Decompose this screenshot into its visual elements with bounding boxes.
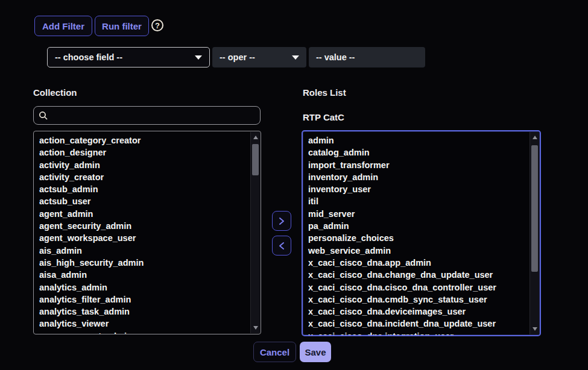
collection-list-item[interactable]: ais_high_security_admin <box>34 257 250 269</box>
roles-group-name: RTP CatC <box>303 112 344 122</box>
roles-list-item[interactable]: inventory_admin <box>303 171 530 183</box>
roles-list-item[interactable]: x_caci_cisco_dna.deviceimages_user <box>303 306 530 318</box>
chevron-right-icon <box>278 217 285 225</box>
scrollbar-thumb[interactable] <box>252 144 259 175</box>
collection-list-item[interactable]: agent_security_admin <box>34 220 250 232</box>
roles-list-item[interactable]: personalize_choices <box>303 232 530 244</box>
roles-list-label: Roles List <box>303 87 346 98</box>
roles-list-item[interactable]: x_caci_cisco_dna.cisco_dna_controller_us… <box>303 281 530 293</box>
roles-list-item[interactable]: x_caci_cisco_dna.app_admin <box>303 257 530 269</box>
chevron-down-icon <box>195 55 202 60</box>
roles-list-item[interactable]: x_caci_cisco_dna.change_dna_update_user <box>303 269 530 281</box>
collection-search-input[interactable] <box>52 111 255 121</box>
collection-list-item[interactable]: analytics_viewer <box>34 318 250 330</box>
scroll-down-icon[interactable] <box>251 324 260 332</box>
collection-list-item[interactable]: analytics_task_admin <box>34 306 250 318</box>
choose-field-selected-value: -- choose field -- <box>55 52 122 62</box>
chevron-left-icon <box>278 242 285 250</box>
roles-list-item[interactable]: catalog_admin <box>303 146 530 158</box>
operator-dropdown[interactable]: -- oper -- <box>212 47 306 67</box>
value-input[interactable]: -- value -- <box>309 47 425 67</box>
search-icon <box>39 111 48 121</box>
roles-list-item[interactable]: x_caci_cisco_dna.incident_dna_update_use… <box>303 318 530 330</box>
operator-selected-value: -- oper -- <box>220 52 255 62</box>
collection-list-item[interactable]: actsub_user <box>34 195 250 207</box>
collection-list: action_category_creatoraction_designerac… <box>34 131 250 334</box>
collection-list-item[interactable]: actsub_admin <box>34 183 250 195</box>
roles-list-item[interactable]: pa_admin <box>303 220 530 232</box>
roles-list: admincatalog_adminimport_transformerinve… <box>303 131 530 335</box>
collection-list-item[interactable]: activity_admin <box>34 159 250 171</box>
collection-list-item[interactable]: ais_admin <box>34 245 250 257</box>
roles-list-item[interactable]: x_caci_cisco_dna.cmdb_sync_status_user <box>303 293 530 306</box>
roles-list-item[interactable]: admin <box>303 134 530 146</box>
move-right-button[interactable] <box>272 211 291 231</box>
collection-list-item[interactable]: activity_creator <box>34 171 250 183</box>
run-filter-button[interactable]: Run filter <box>95 16 149 36</box>
roles-list-item[interactable]: mid_server <box>303 208 530 220</box>
scroll-down-icon[interactable] <box>530 325 539 333</box>
roles-list-item[interactable]: web_service_admin <box>303 245 530 257</box>
choose-field-dropdown[interactable]: -- choose field -- <box>47 47 210 67</box>
collection-list-item[interactable]: agent_workspace_user <box>34 232 250 244</box>
scroll-up-icon[interactable] <box>530 133 539 142</box>
help-icon[interactable]: ? <box>151 19 163 31</box>
collection-list-item[interactable]: announcement_admin <box>34 330 250 334</box>
roles-list-item[interactable]: x_caci_cisco_dna.integration_user <box>303 330 530 335</box>
roles-list-item[interactable]: itil <box>303 195 530 207</box>
scrollbar-thumb[interactable] <box>531 145 538 272</box>
cancel-button[interactable]: Cancel <box>253 342 296 362</box>
roles-listbox[interactable]: admincatalog_adminimport_transformerinve… <box>302 130 541 336</box>
move-left-button[interactable] <box>272 236 291 256</box>
collection-list-item[interactable]: action_designer <box>34 146 250 158</box>
collection-list-item[interactable]: analytics_admin <box>34 281 250 293</box>
collection-list-item[interactable]: aisa_admin <box>34 269 250 281</box>
add-filter-button[interactable]: Add Filter <box>34 16 92 36</box>
save-button[interactable]: Save <box>300 342 331 362</box>
collection-label: Collection <box>33 87 77 98</box>
collection-scrollbar[interactable] <box>250 132 260 333</box>
roles-list-item[interactable]: inventory_user <box>303 183 530 195</box>
value-placeholder-text: -- value -- <box>316 52 355 62</box>
roles-scrollbar[interactable] <box>530 132 539 334</box>
role-filter-dialog: Add Filter Run filter ? -- choose field … <box>0 0 588 370</box>
collection-list-item[interactable]: action_category_creator <box>34 134 250 146</box>
collection-list-item[interactable]: analytics_filter_admin <box>34 293 250 306</box>
collection-search[interactable] <box>33 106 261 125</box>
collection-list-item[interactable]: agent_admin <box>34 208 250 220</box>
scroll-up-icon[interactable] <box>251 133 260 142</box>
collection-listbox[interactable]: action_category_creatoraction_designerac… <box>33 131 261 334</box>
chevron-down-icon <box>292 55 299 60</box>
roles-list-item[interactable]: import_transformer <box>303 159 530 171</box>
